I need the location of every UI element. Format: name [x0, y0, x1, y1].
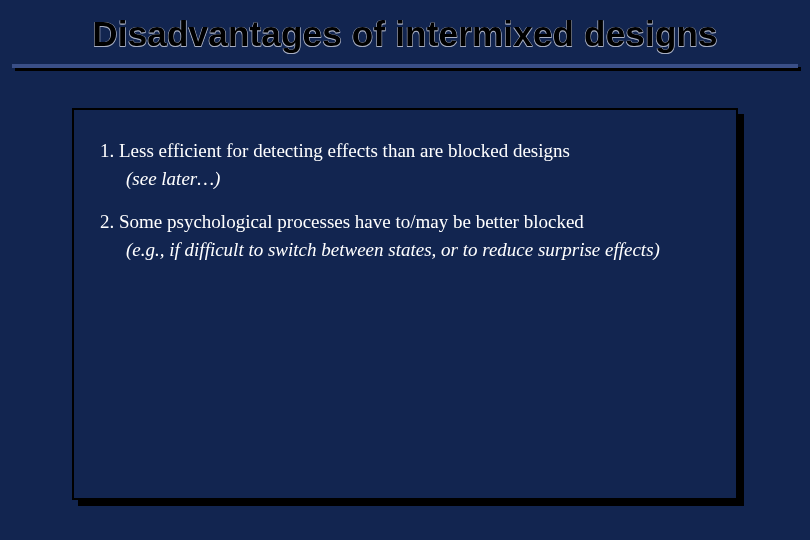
item-main-text: Less efficient for detecting effects tha…	[119, 140, 570, 161]
item-number: 2.	[100, 211, 114, 232]
item-number: 1.	[100, 140, 114, 161]
item-main-text: Some psychological processes have to/may…	[119, 211, 584, 232]
list-item: 2. Some psychological processes have to/…	[100, 209, 710, 262]
slide-title: Disadvantages of intermixed designs	[0, 14, 810, 54]
slide: Disadvantages of intermixed designs 1. L…	[0, 0, 810, 540]
item-sub-text: (e.g., if difficult to switch between st…	[100, 237, 710, 263]
title-block: Disadvantages of intermixed designs	[0, 0, 810, 62]
list-item: 1. Less efficient for detecting effects …	[100, 138, 710, 191]
item-sub-text: (see later…)	[100, 166, 710, 192]
content-box: 1. Less efficient for detecting effects …	[72, 108, 738, 500]
title-divider	[12, 64, 798, 72]
point-list: 1. Less efficient for detecting effects …	[100, 138, 710, 263]
